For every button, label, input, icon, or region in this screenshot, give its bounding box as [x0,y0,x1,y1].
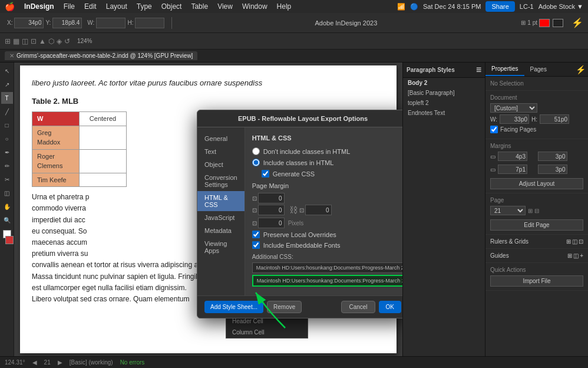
direct-select-tool[interactable]: ↗ [1,78,13,90]
edit-page-button[interactable]: Edit Page [490,219,583,231]
guides-section: Guides ⊞ ◫ + [485,249,588,263]
remove-button[interactable]: Remove [267,301,302,313]
ruler-icon1: ⊞ [566,238,571,245]
h-prop-input[interactable] [540,114,569,124]
rect-tool[interactable]: □ [1,119,13,131]
margin-4-input[interactable] [538,165,567,174]
para-style-basic[interactable]: [Basic Paragraph] [403,88,485,98]
preserve-overrides-input[interactable] [252,231,260,238]
margin-2-row [538,152,584,161]
margin-1-row: ▭ [490,152,536,161]
custom-row: [Custom] [490,103,583,113]
ellipse-tool[interactable]: ○ [1,133,13,144]
preserve-overrides-label: Preserve Local Overrides [263,231,336,238]
radio-dont-include-input[interactable] [252,147,260,155]
add-style-sheet-button[interactable]: Add Style Sheet... [204,301,263,313]
app-name[interactable]: InDesign [24,2,54,11]
margin-2-input[interactable] [538,152,567,161]
margin-3-input[interactable] [498,165,527,174]
nav-text[interactable]: Text [197,145,245,158]
zoom-tool[interactable]: 🔍 [1,214,13,226]
tab-label: Grimms'-spaceafter-web-none-table-2.indd… [16,52,193,59]
menu-layout[interactable]: Layout [106,2,127,11]
nav-html-css[interactable]: HTML & CSS [197,191,245,211]
w-prop-input[interactable] [500,114,529,124]
cancel-button[interactable]: Cancel [341,301,375,313]
radio-dont-include[interactable]: Don't include classes in HTML [252,147,402,155]
margin-right-icon: ⊡ [299,207,304,213]
menu-edit[interactable]: Edit [84,2,97,11]
nav-viewing-apps[interactable]: Viewing Apps [197,237,245,257]
radio-include-input[interactable] [252,159,260,166]
checkbox-generate-css[interactable]: Generate CSS [262,170,402,178]
nav-object[interactable]: Object [197,158,245,171]
tab-pages[interactable]: Pages [524,63,553,75]
y-input[interactable] [52,18,82,28]
hand-tool[interactable]: ✋ [1,201,13,212]
nav-prev[interactable]: ◀ [32,359,37,366]
radio-include[interactable]: Include classes in HTML [252,159,402,166]
w-input[interactable] [96,18,125,28]
radio-dont-include-label: Don't include classes in HTML [263,148,351,155]
para-styles-menu-icon[interactable]: ☰ [476,67,481,73]
menu-view[interactable]: View [217,2,233,11]
para-style-body2[interactable]: Body 2 [403,78,485,88]
status-bar: 124.31° ◀ 21 ▶ [Basic] (working) No erro… [0,356,588,368]
menu-table[interactable]: Table [191,2,208,11]
stroke-swatch[interactable] [5,236,14,244]
menu-window[interactable]: Window [242,2,267,11]
import-file-button[interactable]: Import File [490,275,583,287]
modal-body: General Text Object Conversion Settings … [197,127,402,295]
share-button[interactable]: Share [485,1,514,12]
margin-top-input[interactable] [258,193,285,203]
embeddable-fonts-input[interactable] [252,241,260,249]
checkbox-embeddable[interactable]: Include Embeddable Fonts [252,241,402,249]
css-path-2[interactable]: Macintosh HD:Users:hosunkang:Documents:P… [252,275,402,287]
x-input[interactable] [14,18,44,28]
gradient-tool[interactable]: ◫ [1,187,13,199]
scissors-tool[interactable]: ✂ [1,173,13,185]
apple-menu[interactable]: 🍎 [5,2,15,11]
nav-metadata[interactable]: Metadata [197,224,245,237]
line-tool[interactable]: ╱ [1,106,13,117]
type-tool[interactable]: T [1,92,13,104]
margin-left-input[interactable] [258,205,285,215]
ok-button[interactable]: OK [379,301,401,313]
margin-left-icon: ⊡ [252,207,257,213]
generate-css-input[interactable] [262,170,269,178]
canvas-area[interactable]: libero justo laoreet. Ac tortor vitae pu… [14,63,402,356]
css-path-1[interactable]: Macintosh HD:Users:hosunkang:Documents:P… [252,262,402,273]
nav-next[interactable]: ▶ [58,359,62,366]
para-style-topleft[interactable]: topleft 2 [403,98,485,108]
nav-general[interactable]: General [197,132,245,145]
tab-properties[interactable]: Properties [485,63,524,76]
custom-select[interactable]: [Custom] [490,103,537,113]
pen-tool[interactable]: ✒ [1,146,13,158]
menu-type[interactable]: Type [137,2,152,11]
margin-right-input[interactable] [305,205,332,215]
menu-object[interactable]: Object [161,2,182,11]
h-input[interactable] [135,18,164,28]
facing-pages-checkbox[interactable] [490,126,498,133]
guides-row: Guides ⊞ ◫ + [490,252,583,259]
margin-bottom-input[interactable] [258,218,285,228]
menu-help[interactable]: Help [277,2,292,11]
page-number-select[interactable]: 21 [490,206,526,215]
modal-sidebar: General Text Object Conversion Settings … [197,127,245,295]
checkbox-preserve[interactable]: Preserve Local Overrides [252,231,402,238]
nav-conversion[interactable]: Conversion Settings [197,171,245,191]
pencil-tool[interactable]: ✏ [1,160,13,172]
nav-javascript[interactable]: JavaScript [197,211,245,224]
margins-label: Margins [490,143,583,149]
menu-file[interactable]: File [64,2,75,11]
document-tab[interactable]: ✕ Grimms'-spaceafter-web-none-table-2.in… [5,51,197,60]
para-style-endnotes[interactable]: Endnotes Text [403,108,485,118]
x-label: X: [7,19,12,26]
margin-1-input[interactable] [498,152,527,161]
stroke-val: 1 pt [527,19,537,26]
selection-tool[interactable]: ↖ [1,65,13,77]
tools-icon8: ↺ [64,37,70,45]
adjust-layout-button[interactable]: Adjust Layout [490,178,583,189]
tools-icon1: ⊞ [5,37,11,45]
tab-close-icon[interactable]: ✕ [9,52,14,59]
